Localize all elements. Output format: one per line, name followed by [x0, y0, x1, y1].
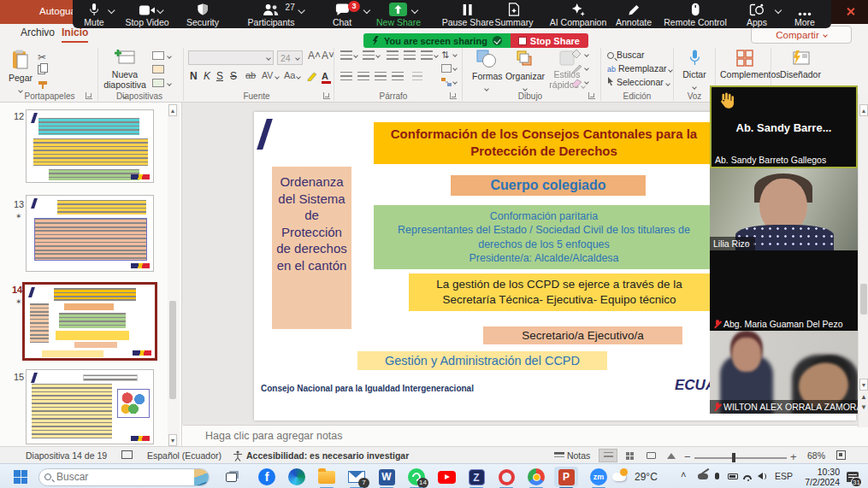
slide-cuerpo-box[interactable]: Cuerpo colegiado	[451, 175, 646, 196]
slide-admin-box[interactable]: Gestión y Administración del CCPD	[357, 351, 607, 370]
font-dialog-launcher-icon[interactable]	[323, 92, 330, 99]
language-indicator[interactable]: Español (Ecuador)	[147, 450, 221, 461]
cut-button[interactable]: ✂	[38, 51, 46, 63]
tray-expand-icon[interactable]: ˄	[681, 469, 686, 479]
replace-button[interactable]: ab Reemplazar	[607, 63, 672, 73]
decrease-indent-icon[interactable]	[387, 50, 399, 60]
tab-inicio[interactable]: Inicio	[62, 26, 88, 43]
align-left-icon[interactable]	[340, 72, 352, 81]
scroll-up-icon[interactable]: ▲	[168, 104, 177, 116]
compartir-button[interactable]: Compartir	[751, 26, 852, 44]
notes-pane[interactable]: Haga clic para agregar notas	[183, 425, 868, 446]
paragraph-dialog-launcher-icon[interactable]	[450, 92, 457, 99]
search-input[interactable]	[56, 471, 189, 483]
drawing-dialog-launcher-icon[interactable]	[588, 92, 595, 99]
font-name-combobox[interactable]	[188, 50, 274, 65]
text-direction-icon[interactable]: ⇅	[441, 50, 449, 61]
participants-button[interactable]: 27 Participants	[248, 2, 295, 27]
smartart-convert-icon[interactable]	[441, 78, 452, 86]
thumbnail-slide-12[interactable]	[26, 109, 154, 183]
keyboard-language[interactable]: ESP	[775, 471, 793, 481]
mute-button[interactable]: Mute	[84, 2, 103, 27]
reading-view-button[interactable]	[641, 449, 660, 462]
columns-icon[interactable]	[412, 72, 422, 81]
more-button[interactable]: More	[794, 2, 815, 27]
bullet-list-icon[interactable]	[340, 50, 352, 60]
taskbar-search-box[interactable]	[38, 468, 210, 486]
notification-center-button[interactable]: 31	[842, 467, 863, 487]
next-slide-icon[interactable]: ▼	[860, 403, 867, 411]
bold-button[interactable]: N	[190, 70, 198, 82]
thumbnails-scrollbar[interactable]: ▲ ▼	[168, 104, 180, 449]
change-case-button[interactable]: Aa	[284, 70, 295, 80]
highlight-pen-icon[interactable]	[306, 72, 316, 80]
zoom-level[interactable]: 68%	[807, 450, 825, 461]
slideshow-view-button[interactable]	[662, 449, 681, 462]
zoom-out-button[interactable]: −	[684, 450, 691, 463]
display-settings-icon[interactable]	[121, 450, 133, 459]
font-size-combobox[interactable]: 24	[277, 50, 303, 65]
dictate-button[interactable]: Dictar	[679, 50, 710, 91]
word-icon[interactable]: W	[376, 467, 397, 487]
participant-tile-lilia[interactable]: Lilia Rizo	[710, 168, 858, 250]
align-center-icon[interactable]	[357, 72, 369, 81]
slide-title-box[interactable]: Conformación de los Consejos Cantonales …	[374, 122, 714, 164]
apps-button[interactable]: Apps	[747, 2, 767, 27]
edge-icon[interactable]	[286, 467, 307, 487]
designer-button[interactable]: Diseñador	[776, 50, 824, 79]
pause-share-button[interactable]: Pause Share	[442, 2, 494, 27]
wifi-icon[interactable]	[743, 471, 752, 481]
shrink-font-button[interactable]: A˅	[322, 50, 334, 62]
clock[interactable]: 10:30 7/2/2024	[799, 467, 840, 487]
whatsapp-icon[interactable]: 14	[406, 467, 427, 487]
thumbnail-slide-14[interactable]	[22, 282, 157, 361]
find-button[interactable]: Buscar	[607, 50, 645, 60]
thumbnail-slide-13[interactable]	[26, 195, 154, 272]
italic-button[interactable]: K	[204, 70, 210, 82]
tab-archivo[interactable]: Archivo	[21, 26, 55, 38]
participant-tile-sandy[interactable]: Ab. Sandy Barre... Ab. Sandy Barreto Gal…	[710, 85, 858, 168]
ai-companion-button[interactable]: AI Companion	[550, 2, 607, 27]
zoom-slider-thumb[interactable]	[732, 453, 735, 462]
copy-icon[interactable]	[38, 65, 45, 74]
fit-to-window-icon[interactable]	[836, 450, 846, 460]
stop-video-button[interactable]: Stop Video	[125, 2, 168, 27]
increase-indent-icon[interactable]	[404, 50, 416, 60]
powerpoint-icon[interactable]: P	[554, 467, 578, 487]
slide-sorter-view-button[interactable]	[621, 449, 640, 462]
weather-icon[interactable]	[609, 467, 629, 487]
normal-view-button[interactable]	[599, 449, 617, 462]
new-share-button[interactable]: New Share	[376, 2, 421, 27]
zoom-app-icon[interactable]: zm	[588, 467, 609, 487]
security-button[interactable]: Security	[186, 2, 219, 27]
zoom-slider-track[interactable]	[694, 457, 787, 459]
select-button[interactable]: Seleccionar	[607, 77, 670, 87]
chat-button[interactable]: 3 Chat	[333, 2, 351, 27]
slide-secretario-box[interactable]: Secretario/a Ejecutivo/a	[483, 326, 682, 344]
chat-chevron-icon[interactable]	[363, 7, 370, 14]
volume-icon[interactable]	[758, 471, 766, 481]
strikethrough-button[interactable]: S	[230, 70, 237, 82]
reset-slide-icon[interactable]	[152, 65, 164, 73]
snip-app-icon[interactable]: Z	[466, 467, 487, 487]
zoom-in-button[interactable]: +	[790, 450, 797, 463]
shape-outline-icon[interactable]	[571, 64, 582, 73]
paste-button[interactable]: Pegar	[7, 50, 34, 91]
tray-mic-icon[interactable]	[715, 471, 719, 481]
search-highlight-image[interactable]	[194, 469, 210, 485]
numbered-list-icon[interactable]	[363, 50, 375, 60]
subscript-button[interactable]: ab	[245, 70, 256, 80]
mute-chevron-icon[interactable]	[108, 7, 115, 14]
participant-tile-maria[interactable]: Abg. Maria Guaman Del Pezo	[710, 250, 858, 331]
grow-font-button[interactable]: A˄	[308, 50, 321, 62]
new-slide-button[interactable]: Nueva diapositiva	[103, 50, 147, 94]
participant-tile-wilton[interactable]: WILTON ALEX ORRALA ZAMORA	[710, 331, 858, 414]
line-spacing-icon[interactable]	[421, 50, 433, 60]
scroll-down-icon[interactable]: ▼	[168, 434, 177, 446]
start-button[interactable]	[10, 467, 31, 487]
weather-temperature[interactable]: 29°C	[635, 471, 658, 483]
close-button[interactable]	[831, 0, 868, 24]
shape-fill-icon[interactable]	[571, 50, 582, 58]
previous-slide-icon[interactable]: ▲	[860, 393, 867, 401]
font-color-button[interactable]: A	[322, 71, 331, 84]
